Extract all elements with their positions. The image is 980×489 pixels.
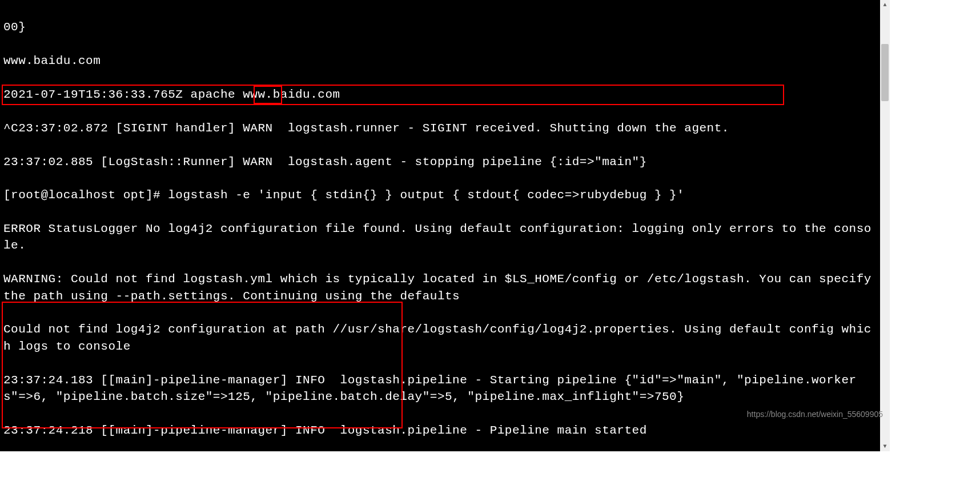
- scroll-up-arrow-icon[interactable]: ▲: [880, 0, 890, 10]
- command-flag: -e: [235, 189, 250, 202]
- output-line: WARNING: Could not find logstash.yml whi…: [3, 271, 877, 304]
- scroll-down-arrow-icon[interactable]: ▼: [880, 442, 890, 451]
- watermark-text: https://blog.csdn.net/weixin_55609905: [747, 409, 883, 420]
- output-line: ERROR StatusLogger No log4j2 configurati…: [3, 221, 877, 254]
- vertical-scrollbar[interactable]: ▲ ▼: [880, 0, 890, 451]
- shell-prompt: [root@localhost opt]#: [3, 189, 168, 202]
- annotation-box-output: [2, 302, 403, 428]
- output-line: ^C23:37:02.872 [SIGINT handler] WARN log…: [3, 120, 877, 137]
- output-line: 23:37:24.218 [[main]-pipeline-manager] I…: [3, 422, 877, 439]
- output-line: www.baidu.com: [3, 53, 877, 69]
- output-line: Could not find log4j2 configuration at p…: [3, 321, 877, 355]
- command-text: logstash: [168, 189, 235, 202]
- command-line: [root@localhost opt]# logstash -e 'input…: [3, 187, 877, 203]
- output-line: 23:37:24.183 [[main]-pipeline-manager] I…: [3, 372, 877, 406]
- scroll-thumb[interactable]: [881, 44, 889, 101]
- terminal-output[interactable]: 00} www.baidu.com 2021-07-19T15:36:33.76…: [0, 0, 880, 451]
- output-line: 2021-07-19T15:36:33.765Z apache www.baid…: [3, 86, 877, 103]
- output-line: 00}: [3, 19, 877, 35]
- terminal-container: 00} www.baidu.com 2021-07-19T15:36:33.76…: [0, 0, 890, 451]
- command-args: 'input { stdin{} } output { stdout{ code…: [250, 189, 684, 202]
- scroll-track[interactable]: [880, 10, 890, 442]
- output-line: 23:37:02.885 [LogStash::Runner] WARN log…: [3, 154, 877, 170]
